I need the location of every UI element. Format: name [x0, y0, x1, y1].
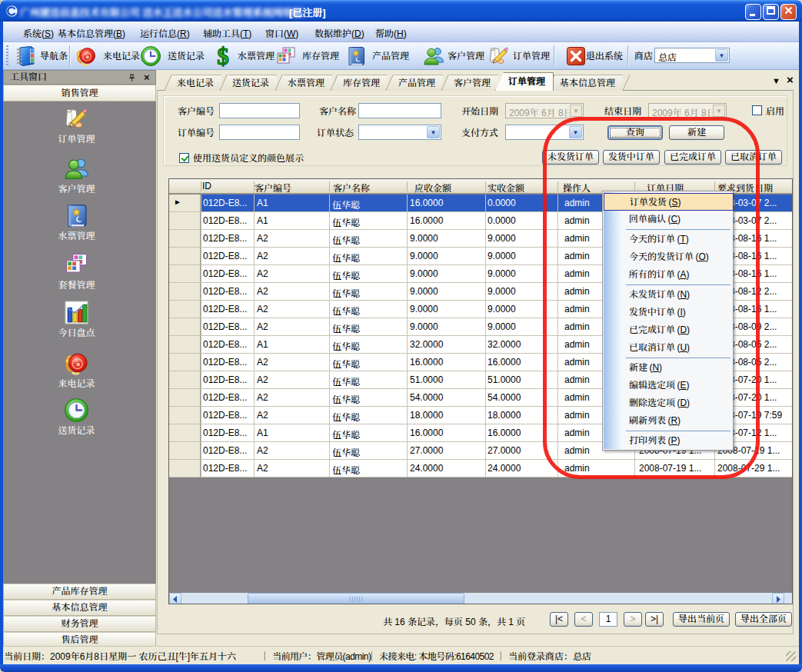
svg-text:$: $ [217, 45, 229, 67]
